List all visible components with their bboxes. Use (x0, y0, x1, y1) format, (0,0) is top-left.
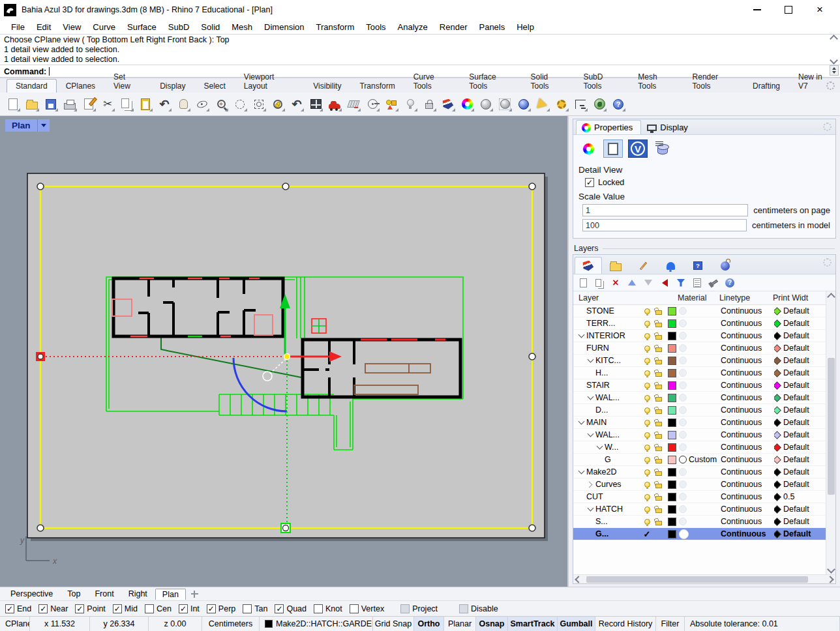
layer-lock-cell[interactable] (653, 444, 665, 451)
filter-icon[interactable] (675, 277, 687, 289)
layer-row[interactable]: D...ContinuousDefault (573, 404, 835, 417)
layer-help-icon[interactable]: ? (724, 277, 736, 289)
bulb-icon[interactable] (644, 432, 650, 438)
material-swatch-icon[interactable] (679, 406, 687, 414)
menu-item-dimension[interactable]: Dimension (258, 21, 310, 33)
scale-model-input[interactable] (582, 219, 747, 231)
chevron-right-icon[interactable] (586, 480, 594, 488)
layer-linetype-cell[interactable]: Continuous (721, 344, 774, 353)
osnap-point-checkbox[interactable]: ✓ (75, 604, 84, 613)
layer-visibility-cell[interactable] (641, 432, 653, 438)
status-filter[interactable]: Filter (656, 617, 685, 631)
toolbar-tab-select[interactable]: Select (195, 79, 235, 93)
osnap-knot-checkbox[interactable] (314, 604, 323, 613)
scale-page-input[interactable] (582, 204, 748, 216)
layer-visibility-cell[interactable] (641, 482, 653, 488)
layer-color-swatch[interactable] (668, 530, 676, 538)
layer-row[interactable]: KITC...ContinuousDefault (573, 355, 835, 367)
unlock-icon[interactable] (655, 347, 662, 352)
open-file-icon[interactable] (24, 96, 40, 112)
copy-layer-icon[interactable] (593, 277, 605, 289)
layer-material-cell[interactable] (679, 493, 721, 501)
menu-item-transform[interactable]: Transform (310, 21, 360, 33)
status-grid-snap[interactable]: Grid Snap (373, 617, 414, 631)
material-swatch-icon[interactable] (679, 468, 687, 476)
gumball-origin[interactable] (284, 354, 290, 360)
options-icon[interactable] (554, 96, 569, 112)
lock-objects-icon[interactable] (421, 96, 437, 112)
unlock-icon[interactable] (655, 484, 662, 488)
osnap-end[interactable]: ✓End (5, 604, 31, 613)
layer-color-cell[interactable] (665, 332, 679, 340)
viewport-layout-icon[interactable] (308, 96, 323, 112)
status-smarttrack[interactable]: SmartTrack (508, 617, 558, 631)
osnap-near[interactable]: ✓Near (38, 604, 68, 613)
layer-visibility-cell[interactable] (641, 333, 653, 339)
layer-color-cell[interactable] (665, 505, 679, 514)
unlock-icon[interactable] (655, 397, 662, 402)
status-ortho[interactable]: Ortho (414, 617, 444, 631)
unlock-icon[interactable] (655, 310, 662, 315)
zoom-extents-icon[interactable] (251, 96, 267, 112)
layer-color-cell[interactable] (665, 530, 679, 538)
menu-item-mesh[interactable]: Mesh (226, 21, 258, 33)
layer-visibility-cell[interactable] (641, 345, 653, 351)
layer-lock-cell[interactable] (653, 419, 665, 426)
layer-row[interactable]: STONEContinuousDefault (573, 305, 835, 317)
chevron-down-icon[interactable] (577, 468, 585, 476)
layer-color-swatch[interactable] (668, 344, 676, 353)
layer-linetype-cell[interactable]: Continuous (721, 529, 774, 538)
layer-color-cell[interactable] (665, 418, 679, 427)
material-swatch-icon[interactable] (679, 443, 687, 451)
layer-color-cell[interactable] (665, 468, 679, 477)
layer-row[interactable]: WAL...ContinuousDefault (573, 392, 835, 404)
layer-color-cell[interactable] (665, 431, 679, 439)
bulb-icon[interactable] (644, 420, 650, 426)
layer-color-cell[interactable] (665, 381, 679, 390)
toolbar-tab-drafting[interactable]: Drafting (743, 79, 789, 93)
status-z-0-00[interactable]: z 0.00 (149, 617, 202, 631)
material-swatch-icon[interactable] (679, 319, 687, 327)
layers-tab-folder[interactable] (602, 257, 629, 274)
viewport-tab-front[interactable]: Front (88, 589, 120, 599)
material-swatch-icon[interactable] (679, 332, 687, 340)
osnap-vertex[interactable]: Vertex (350, 604, 384, 613)
maximize-button[interactable] (784, 5, 793, 14)
layer-color-cell[interactable] (665, 369, 679, 377)
layer-color-swatch[interactable] (668, 381, 676, 390)
chevron-down-icon[interactable] (595, 443, 603, 451)
set-view-icon[interactable] (365, 96, 380, 112)
layer-color-swatch[interactable] (668, 493, 676, 501)
material-swatch-icon[interactable] (679, 518, 687, 525)
bulb-icon[interactable] (644, 469, 650, 475)
layer-row[interactable]: STAIRContinuousDefault (573, 379, 835, 392)
layer-lock-cell[interactable] (653, 407, 665, 414)
material-swatch-icon[interactable] (679, 529, 689, 539)
osnap-mid-checkbox[interactable]: ✓ (113, 604, 122, 613)
layers-tab-render-fin[interactable] (575, 257, 602, 274)
pan-view-icon[interactable] (175, 96, 191, 112)
toolbar-tab-standard[interactable]: Standard (7, 79, 57, 93)
zoom-dynamic-icon[interactable]: + (213, 96, 229, 112)
layer-row[interactable]: MAINContinuousDefault (573, 417, 835, 429)
bulb-icon[interactable] (644, 383, 650, 389)
layers-gear-icon[interactable] (823, 258, 832, 267)
bulb-icon[interactable] (644, 519, 650, 525)
paste-icon[interactable] (138, 96, 153, 112)
unlock-icon[interactable] (655, 323, 662, 327)
bulb-icon[interactable] (644, 395, 650, 401)
layer-lock-cell[interactable] (653, 357, 665, 364)
layer-linetype-cell[interactable]: Continuous (721, 319, 774, 328)
layers-scroll-right-icon[interactable] (825, 577, 835, 582)
layer-lock-cell[interactable] (653, 469, 665, 476)
material-swatch-icon[interactable] (679, 394, 687, 402)
toolbar-tab-render-tools[interactable]: Render Tools (683, 70, 743, 93)
layer-material-cell[interactable] (679, 529, 721, 539)
layer-material-cell[interactable] (679, 418, 721, 426)
layer-material-cell[interactable] (679, 381, 721, 389)
layer-color-cell[interactable] (665, 456, 679, 464)
viewport-title[interactable]: Plan (5, 119, 50, 132)
unlock-icon[interactable] (655, 434, 662, 439)
panel-gear-icon[interactable] (823, 123, 832, 131)
layer-color-cell[interactable] (665, 319, 679, 328)
